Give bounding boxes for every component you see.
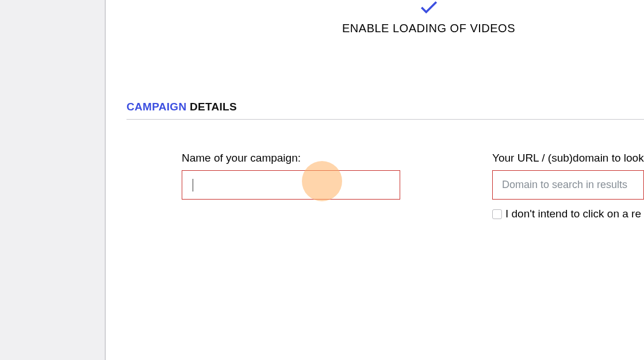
- url-domain-label: Your URL / (sub)domain to look: [492, 152, 644, 164]
- campaign-name-input[interactable]: [182, 170, 400, 200]
- url-domain-group: Your URL / (sub)domain to look I don't i…: [492, 152, 644, 220]
- section-title: CAMPAIGN DETAILS: [126, 101, 644, 119]
- sidebar: [0, 0, 106, 360]
- enable-videos-label: ENABLE LOADING OF VIDEOS: [213, 22, 644, 35]
- campaign-name-label: Name of your campaign:: [182, 152, 400, 164]
- section-divider: [126, 119, 644, 120]
- checkbox-row: I don't intend to click on a re: [492, 208, 644, 220]
- no-click-checkbox-label: I don't intend to click on a re: [505, 208, 641, 220]
- campaign-name-group: Name of your campaign:: [182, 152, 400, 200]
- text-cursor: [193, 179, 193, 192]
- main-content: ENABLE LOADING OF VIDEOS CAMPAIGN DETAIL…: [107, 0, 644, 360]
- section-title-campaign: CAMPAIGN: [126, 101, 186, 113]
- url-domain-input[interactable]: [492, 170, 644, 200]
- section-title-details: DETAILS: [186, 101, 237, 113]
- video-enable-section: ENABLE LOADING OF VIDEOS: [107, 0, 644, 35]
- checkmark-icon: [420, 0, 438, 17]
- no-click-checkbox[interactable]: [492, 209, 502, 219]
- section-header: CAMPAIGN DETAILS: [126, 101, 644, 120]
